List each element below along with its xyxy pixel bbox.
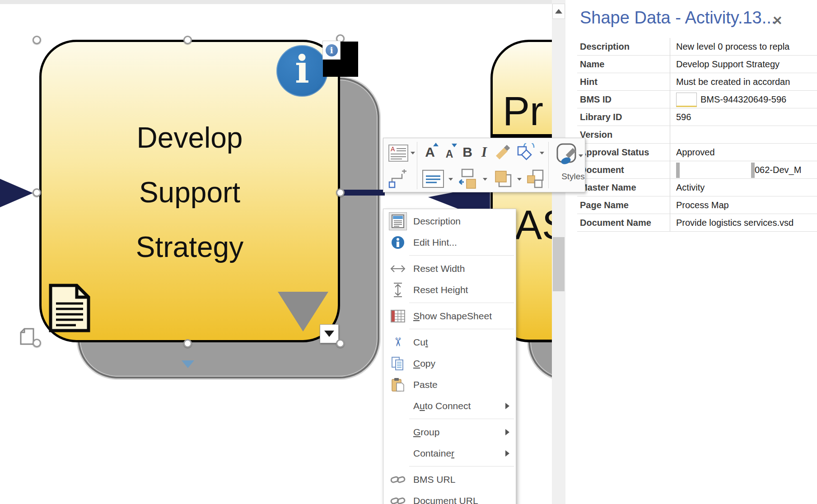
- down-arrow-icon: [452, 144, 457, 147]
- connector-button[interactable]: [387, 168, 409, 190]
- shape-data-row[interactable]: Version: [565, 126, 817, 144]
- bring-to-front-button[interactable]: [491, 168, 515, 190]
- change-shape-button[interactable]: [515, 142, 538, 163]
- panel-title: Shape Data - Activity.13...: [580, 8, 776, 28]
- styles-button[interactable]: [556, 143, 579, 166]
- link-icon: [389, 471, 407, 489]
- styles-dropdown[interactable]: [578, 153, 584, 159]
- menu-separator: [409, 419, 514, 419]
- align-text-dropdown[interactable]: [448, 176, 454, 182]
- chevron-down-icon: [517, 178, 522, 181]
- menu-item-label: Reset Height: [413, 285, 468, 295]
- text-cursor-handle[interactable]: [751, 163, 755, 178]
- shape-data-row[interactable]: Master NameActivity: [565, 179, 817, 196]
- field-value[interactable]: Provide logistics services.vsd: [676, 218, 817, 228]
- shape-data-row[interactable]: DescriptionNew level 0 process to repla: [565, 38, 817, 56]
- chevron-down-icon: [540, 152, 544, 154]
- svg-text:A: A: [391, 145, 395, 153]
- shape-data-row[interactable]: Approval StatusApproved: [565, 144, 817, 161]
- shrink-font-button[interactable]: A: [440, 142, 458, 163]
- field-value[interactable]: New level 0 process to repla: [676, 42, 817, 52]
- scroll-up-button[interactable]: [552, 4, 565, 19]
- toolbar-divider: [548, 142, 549, 188]
- position-button[interactable]: [456, 168, 480, 190]
- menu-separator: [409, 466, 514, 467]
- bring-to-front-dropdown[interactable]: [516, 176, 523, 182]
- text-cursor-handle[interactable]: [676, 163, 680, 178]
- shape-data-row[interactable]: HintMust be created in accordan: [565, 73, 817, 91]
- field-label: Approval Status: [580, 147, 668, 158]
- shape-data-row[interactable]: NameDevelop Support Strategy: [565, 56, 817, 73]
- shape-data-row[interactable]: BMS IDBMS-944320649-596: [565, 91, 817, 108]
- selection-handle-right-mid[interactable]: [336, 188, 345, 197]
- menu-item-label: Copy: [413, 358, 435, 369]
- menu-item-reset-height[interactable]: Reset Height: [383, 279, 516, 300]
- up-arrow-icon: [555, 9, 562, 14]
- quick-actions-dropdown[interactable]: [320, 324, 339, 343]
- menu-item-bms-url[interactable]: BMS URL: [383, 469, 516, 490]
- field-label: Document: [580, 165, 668, 175]
- field-value[interactable]: Activity: [676, 182, 817, 193]
- menu-item-label: Auto Connect: [413, 401, 471, 411]
- field-label: Page Name: [580, 200, 668, 210]
- selection-handle-bottom-left[interactable]: [33, 339, 41, 347]
- selection-handle-bottom-right[interactable]: [336, 339, 345, 348]
- styles-brush-icon: [556, 143, 579, 166]
- value-selection-box: [676, 93, 697, 107]
- field-value[interactable]: Must be created in accordan: [676, 77, 817, 87]
- menu-item-label: Edit Hint...: [413, 237, 457, 248]
- menu-item-cut[interactable]: ✂Cut: [383, 331, 516, 353]
- copy-icon: [389, 355, 407, 373]
- visio-window: Pr AS Develop Support Strategy i i: [0, 0, 817, 504]
- field-label: Document Name: [580, 218, 668, 228]
- menu-item-show-shapesheet[interactable]: Show ShapeSheet: [383, 305, 516, 327]
- hint-info-button[interactable]: i: [322, 41, 341, 60]
- grow-font-button[interactable]: A: [420, 142, 439, 163]
- close-icon[interactable]: ✕: [772, 14, 783, 28]
- position-dropdown[interactable]: [482, 176, 488, 182]
- text-block-dropdown[interactable]: [410, 150, 416, 156]
- field-value[interactable]: Process Map: [676, 200, 817, 210]
- selection-handle-top-mid[interactable]: [183, 36, 192, 44]
- shape-data-row[interactable]: Document NameProvide logistics services.…: [565, 214, 817, 232]
- connector-line[interactable]: [342, 190, 385, 196]
- italic-button[interactable]: I: [476, 142, 492, 163]
- menu-item-group[interactable]: Group: [383, 421, 516, 443]
- text-block-button[interactable]: A: [388, 144, 409, 163]
- menu-item-copy[interactable]: Copy: [383, 353, 516, 374]
- field-value[interactable]: Approved: [676, 147, 817, 158]
- menu-item-description[interactable]: Description: [383, 210, 516, 232]
- menu-separator: [409, 255, 514, 256]
- paste-icon: [389, 376, 407, 394]
- info-icon[interactable]: i: [276, 45, 328, 97]
- bold-button[interactable]: B: [459, 142, 476, 163]
- description-icon: [389, 212, 407, 230]
- send-to-back-button[interactable]: [524, 168, 547, 190]
- menu-item-auto-connect[interactable]: Auto Connect: [383, 395, 516, 416]
- selection-handle-top-left[interactable]: [33, 36, 41, 44]
- field-label: Hint: [580, 77, 668, 87]
- shape-data-row[interactable]: Document062-Dev_M: [565, 161, 817, 179]
- menu-item-reset-width[interactable]: Reset Width: [383, 258, 516, 279]
- selection-handle-bottom-mid[interactable]: [183, 339, 192, 348]
- align-text-button[interactable]: [421, 168, 445, 190]
- vertical-scrollbar[interactable]: [552, 0, 565, 504]
- scrollbar-thumb[interactable]: [553, 237, 565, 291]
- autoconnect-arrow[interactable]: [182, 360, 194, 368]
- menu-item-container[interactable]: Container: [383, 443, 516, 464]
- shape-data-row[interactable]: Page NameProcess Map: [565, 196, 817, 214]
- change-shape-dropdown[interactable]: [539, 150, 545, 156]
- field-value[interactable]: BMS-944320649-596: [676, 93, 817, 107]
- up-arrow-icon: [433, 143, 439, 146]
- activity-shape-partial-top[interactable]: Pr: [490, 40, 552, 138]
- format-painter-button[interactable]: [494, 142, 514, 163]
- field-value[interactable]: 062-Dev_M: [676, 163, 817, 178]
- menu-item-document-url[interactable]: Document URL: [383, 490, 516, 504]
- submenu-arrow-icon: [505, 450, 509, 457]
- menu-item-paste[interactable]: Paste: [383, 374, 516, 395]
- shape-data-row[interactable]: Library ID596: [565, 108, 817, 126]
- field-value[interactable]: Develop Support Strategy: [676, 59, 817, 70]
- field-value[interactable]: 596: [676, 112, 817, 122]
- selection-handle-left-mid[interactable]: [33, 188, 41, 197]
- menu-item-edit-hint[interactable]: Edit Hint...: [383, 232, 516, 253]
